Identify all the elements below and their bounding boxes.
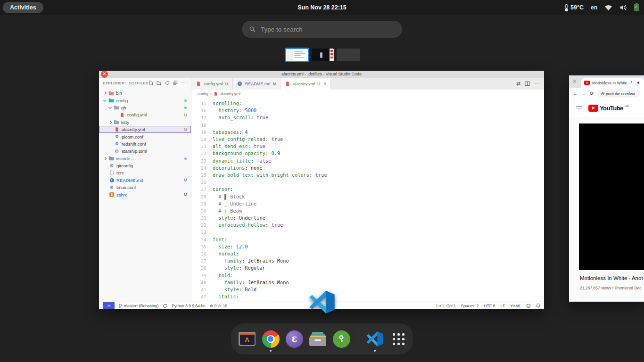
chrome-window[interactable]: × Motionless In White - / ← → ⟳ youtube.… — [569, 75, 644, 302]
clock[interactable]: Sun Nov 28 22:15 — [0, 0, 644, 15]
vscode-app-icon[interactable] — [308, 288, 336, 316]
code-line: 33 — [191, 229, 544, 236]
vscode-window[interactable]: × alacritty.yml - .dotfiles - Visual Stu… — [99, 71, 544, 309]
git-branch-status[interactable]: master* (Rebasing) — [119, 304, 158, 308]
tab-config.yml[interactable]: config.yml U — [191, 78, 233, 90]
url-text: youtube.com/wa — [606, 91, 635, 96]
yaml-icon — [285, 81, 290, 86]
menu-icon[interactable] — [576, 106, 582, 111]
wifi-icon — [604, 5, 612, 11]
close-tab-icon[interactable]: × — [323, 81, 326, 86]
address-bar[interactable]: youtube.com/wa — [597, 90, 640, 98]
chrome-toolbar: ← → ⟳ youtube.com/wa — [569, 88, 644, 99]
code-line: 29 # _ Underline — [191, 200, 544, 207]
breadcrumb-folder[interactable]: config — [198, 91, 208, 96]
youtube-logo[interactable]: YouTube UA — [588, 105, 629, 112]
status-lf[interactable]: LF — [501, 304, 505, 308]
status-utf-8[interactable]: UTF-8 — [484, 304, 495, 308]
tree-item-starship.toml[interactable]: ⚙ starship.toml — [99, 148, 191, 155]
collapse-all-icon[interactable] — [173, 81, 178, 85]
show-applications-icon — [393, 333, 405, 345]
back-icon[interactable]: ← — [573, 91, 578, 96]
browser-tab[interactable]: Motionless In White - / — [581, 78, 644, 88]
search-input[interactable] — [261, 26, 395, 33]
emacs-icon: ε — [286, 330, 303, 348]
workspace-thumbnail-active[interactable] — [285, 48, 309, 62]
tab-README.md[interactable]: i README.md M — [233, 78, 281, 90]
new-file-icon[interactable] — [149, 81, 153, 85]
chrome-tabstrip: × Motionless In White - / — [569, 75, 644, 88]
tab-audio-icon[interactable] — [637, 81, 641, 85]
breadcrumb-file[interactable]: alacritty.yml — [220, 91, 240, 96]
info-icon: i — [237, 82, 243, 86]
system-tray[interactable]: 59°C en — [564, 0, 639, 15]
chrome-icon — [262, 330, 280, 348]
thermometer-icon — [564, 4, 569, 12]
keyboard-layout[interactable]: en — [591, 4, 597, 11]
breadcrumb[interactable]: config › alacritty.yml — [191, 90, 544, 98]
editor-more-actions-icon[interactable]: ··· — [534, 82, 540, 86]
tree-item-rcrc[interactable]: rcrc — [99, 169, 191, 176]
tree-item-gh[interactable]: gh — [99, 104, 191, 111]
gear-icon: ⚙ — [114, 149, 120, 154]
notifications-bell-icon[interactable] — [536, 303, 540, 308]
workspace-thumbnail-youtube[interactable] — [312, 49, 334, 61]
running-indicator — [374, 350, 376, 352]
folder-teal-icon — [108, 98, 114, 103]
feedback-icon[interactable] — [526, 304, 531, 308]
video-player[interactable] — [579, 123, 644, 270]
status-yaml[interactable]: YAML — [510, 304, 521, 308]
remote-indicator[interactable]: >< — [103, 302, 115, 309]
overview-search[interactable] — [242, 21, 402, 38]
tree-item-kitty[interactable]: kitty — [99, 119, 191, 126]
problems-indicator[interactable]: ⊗0 ⚠10 — [210, 304, 228, 308]
python-interpreter[interactable]: Python 3.9.9 64-bit — [172, 304, 205, 308]
status-ln-1-col-1[interactable]: Ln 1, Col 1 — [437, 304, 456, 308]
code-line: 22 background_opacity: 0.9 — [191, 150, 544, 157]
youtube-region-badge: UA — [624, 104, 628, 107]
tree-item-config[interactable]: config — [99, 97, 191, 104]
code-line: 32 unfocused_hollow: true — [191, 222, 544, 229]
explorer-more-actions-icon[interactable]: ··· — [181, 81, 187, 85]
open-changes-icon[interactable]: ⇄ — [516, 81, 520, 87]
code-line: 19 tabspaces: 4 — [191, 129, 544, 136]
dock-item-chrome[interactable] — [261, 325, 280, 353]
window-close-button-chrome[interactable]: × — [573, 78, 577, 85]
errors-icon: ⊗ — [210, 304, 213, 308]
tree-item-README.md[interactable]: i README.mdM — [99, 177, 191, 184]
code-editor[interactable]: 15 scrolling: 16 history: 5000 17 auto_s… — [191, 98, 544, 302]
dock-item-emacs[interactable]: ε — [285, 325, 304, 353]
tree-item-redshift.conf[interactable]: ⚙ redshift.conf — [99, 140, 191, 148]
workspace-thumbnail-empty[interactable] — [337, 49, 360, 61]
refresh-icon[interactable] — [165, 81, 170, 85]
battery-icon — [634, 4, 639, 11]
tree-item-bin[interactable]: bin — [99, 90, 191, 97]
tab-alacritty.yml[interactable]: alacritty.yml U × — [281, 78, 331, 90]
dock-item-alacritty[interactable]: Λ — [238, 325, 256, 353]
dash-dock: Λε — [231, 323, 413, 354]
code-line: 37 family: JetBrains Mono — [191, 257, 544, 264]
dock-item-vscode[interactable] — [365, 325, 384, 353]
folder-blue-icon — [108, 156, 114, 161]
dock-item-keepassxc[interactable] — [332, 325, 351, 353]
tree-item-vscode[interactable]: vscode — [99, 155, 191, 162]
tree-item-zshrc[interactable]: $ zshrcM — [99, 191, 191, 198]
tree-item-picom.conf[interactable]: ⚙ picom.conf — [99, 133, 191, 140]
dock-item-app-grid[interactable] — [389, 325, 408, 353]
tree-item-tmux.conf[interactable]: ⚙ tmux.conf — [99, 184, 191, 191]
code-line: 38 style: Regular — [191, 264, 544, 272]
sync-icon[interactable] — [163, 304, 167, 308]
forward-icon[interactable]: → — [581, 91, 586, 96]
tree-item-gitconfig[interactable]: ⚙ gitconfig — [99, 162, 191, 169]
git-dot-badge — [184, 157, 187, 160]
window-close-button[interactable]: × — [101, 71, 108, 78]
tree-item-alacritty.yml[interactable]: alacritty.ymlU — [99, 126, 191, 133]
status-spaces-2[interactable]: Spaces: 2 — [461, 304, 479, 308]
tree-item-config.yml[interactable]: config.ymlU — [99, 111, 191, 118]
dock-item-files[interactable] — [308, 325, 327, 353]
code-line: 21 alt_send_esc: true — [191, 143, 544, 150]
new-folder-icon[interactable] — [157, 81, 162, 85]
keepassxc-icon — [333, 330, 350, 348]
split-editor-icon[interactable] — [525, 81, 530, 86]
reload-icon[interactable]: ⟳ — [590, 91, 594, 96]
